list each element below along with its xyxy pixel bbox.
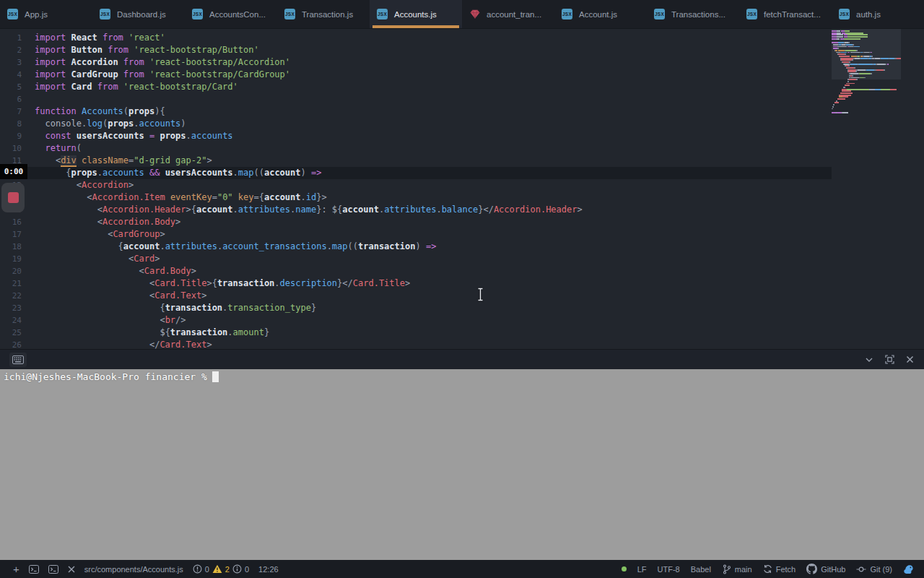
jsx-file-icon: JSX xyxy=(839,9,850,20)
panel-close-button[interactable] xyxy=(899,351,920,368)
code-line-1: import React from 'react' xyxy=(35,32,832,44)
code-line-14: <Accordion.Item eventKey="0" key={accoun… xyxy=(35,191,832,204)
status-bar: + src/components/Acco xyxy=(0,560,924,578)
code-line-9: const usersAccounts = props.accounts xyxy=(35,130,832,142)
keyboard-icon xyxy=(12,355,24,364)
git-fetch-button[interactable]: Fetch xyxy=(763,564,796,574)
clock: 12:26 xyxy=(258,565,279,574)
terminal-panel-header xyxy=(0,349,924,369)
github-icon xyxy=(806,564,817,574)
line-number: 25 xyxy=(0,327,29,339)
grammar-selector[interactable]: Babel xyxy=(691,565,711,574)
git-changes-button[interactable]: Git (9) xyxy=(856,564,892,574)
line-number: 3 xyxy=(0,56,29,69)
file-path[interactable]: src/components/Accounts.js xyxy=(84,565,183,574)
code-line-6 xyxy=(35,93,832,105)
jsx-file-icon: JSX xyxy=(654,9,665,20)
jsx-file-icon: JSX xyxy=(746,9,757,20)
code-editor[interactable]: 1234567891011121314151617181920212223242… xyxy=(0,29,924,349)
tab-label: account_tran... xyxy=(487,10,541,19)
code-line-12: {props.accounts && usersAccounts.map((ac… xyxy=(35,167,832,179)
close-icon xyxy=(906,355,914,363)
package-status-dot[interactable] xyxy=(622,566,627,571)
mouse-ibeam-cursor xyxy=(476,288,484,301)
terminal-prompt: ichi@Njeshes-MacBook-Pro financier % xyxy=(4,371,207,382)
code-line-19: <Card> xyxy=(35,253,832,265)
code-line-2: import Button from 'react-bootstrap/Butt… xyxy=(35,44,832,56)
new-terminal-button[interactable]: + xyxy=(13,564,19,574)
code-line-23: {transaction.transaction_type} xyxy=(35,302,832,314)
code-line-15: <Accordion.Header>{account.attributes.na… xyxy=(35,204,832,216)
terminal-instance-icon[interactable] xyxy=(29,565,39,574)
code-area[interactable]: import React from 'react'import Button f… xyxy=(35,32,832,349)
encoding-selector[interactable]: UTF-8 xyxy=(658,565,680,574)
code-line-21: <Card.Title>{transaction.description}</C… xyxy=(35,277,832,290)
code-line-22: <Card.Text> xyxy=(35,290,832,302)
github-panel-button[interactable]: GitHub xyxy=(806,564,845,574)
keyboard-button[interactable] xyxy=(9,353,27,367)
tab-account-js[interactable]: JSXAccount.js xyxy=(554,0,647,28)
line-number: 6 xyxy=(0,93,29,105)
editor-window: JSXApp.jsJSXDashboard.jsJSXAccountsCon..… xyxy=(0,0,924,578)
error-icon xyxy=(193,564,202,574)
terminal-cursor xyxy=(212,371,219,382)
code-line-11: <div className="d-grid gap-2"> xyxy=(35,155,832,167)
git-branch[interactable]: main xyxy=(722,564,752,574)
tab-label: Account.js xyxy=(579,10,617,19)
line-number: 10 xyxy=(0,142,29,155)
tab-fetchtransact-[interactable]: JSXfetchTransact... xyxy=(739,0,832,28)
squirrel-icon[interactable] xyxy=(903,564,914,574)
minimap[interactable] xyxy=(832,30,901,348)
tab-account-tran-[interactable]: account_tran... xyxy=(462,0,554,28)
recorder-stop-button[interactable] xyxy=(1,183,25,212)
warning-icon xyxy=(212,564,222,574)
code-line-4: import CardGroup from 'react-bootstrap/C… xyxy=(35,69,832,81)
line-number: 20 xyxy=(0,265,29,277)
tab-accounts-js[interactable]: JSXAccounts.js xyxy=(370,0,462,28)
code-line-13: <Accordion> xyxy=(35,179,832,191)
tab-transactions-[interactable]: JSXTransactions... xyxy=(647,0,739,28)
diagnostics[interactable]: 0 2 0 xyxy=(193,564,249,574)
tab-app-js[interactable]: JSXApp.js xyxy=(0,0,92,28)
jsx-file-icon: JSX xyxy=(100,9,110,20)
code-line-24: <br/> xyxy=(35,314,832,327)
line-number: 5 xyxy=(0,81,29,93)
terminal-instance-icon[interactable] xyxy=(48,565,58,574)
jsx-file-icon: JSX xyxy=(7,9,18,20)
code-line-17: <CardGroup> xyxy=(35,228,832,241)
tab-label: Accounts.js xyxy=(394,10,437,19)
code-line-16: <Accordion.Body> xyxy=(35,216,832,228)
tab-label: Transactions... xyxy=(671,10,725,19)
code-line-20: <Card.Body> xyxy=(35,265,832,277)
ruby-file-icon xyxy=(469,9,480,20)
line-ending-selector[interactable]: LF xyxy=(637,565,647,574)
code-line-26: </Card.Text> xyxy=(35,339,832,349)
line-number: 18 xyxy=(0,241,29,253)
line-number: 9 xyxy=(0,130,29,142)
line-number: 23 xyxy=(0,302,29,314)
tab-dashboard-js[interactable]: JSXDashboard.js xyxy=(92,0,185,28)
line-number: 24 xyxy=(0,314,29,327)
jsx-file-icon: JSX xyxy=(562,9,572,20)
info-icon xyxy=(232,564,242,574)
line-number: 22 xyxy=(0,290,29,302)
chevron-down-icon xyxy=(865,355,873,364)
terminal[interactable]: ichi@Njeshes-MacBook-Pro financier % xyxy=(0,369,924,560)
jsx-file-icon: JSX xyxy=(192,9,203,20)
line-number: 4 xyxy=(0,69,29,81)
tab-label: fetchTransact... xyxy=(764,10,821,19)
panel-collapse-button[interactable] xyxy=(859,351,879,368)
line-number: 21 xyxy=(0,277,29,290)
line-number: 1 xyxy=(0,32,29,44)
tab-accountscon-[interactable]: JSXAccountsCon... xyxy=(185,0,277,28)
panel-maximize-button[interactable] xyxy=(879,351,899,368)
tab-auth-js[interactable]: JSXauth.js xyxy=(832,0,924,28)
commit-icon xyxy=(856,564,866,574)
info-count: 0 xyxy=(245,565,249,574)
close-all-terminals-button[interactable] xyxy=(68,566,75,573)
tab-transaction-js[interactable]: JSXTransaction.js xyxy=(277,0,370,28)
branch-icon xyxy=(722,564,731,574)
line-number: 26 xyxy=(0,339,29,349)
tab-label: Dashboard.js xyxy=(117,10,166,19)
tab-label: App.js xyxy=(25,10,48,19)
